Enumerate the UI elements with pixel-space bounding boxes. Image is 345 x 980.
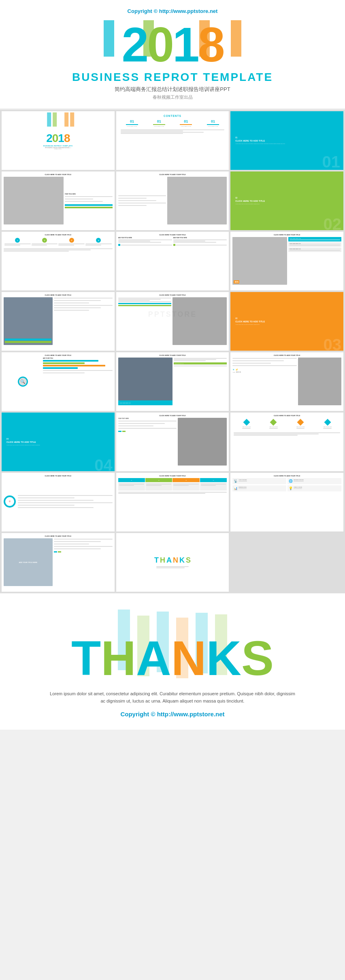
- author-cn: 春秋视频工作室出品: [0, 94, 345, 100]
- thanks-section: T H A N K S Lorem ipsum dolor sit amet, …: [0, 593, 345, 730]
- slide5-title: CLICK HERE TO ADD YOUR TITLE: [118, 174, 227, 176]
- thanks-n: N: [171, 634, 207, 682]
- slide5-text: [118, 177, 166, 224]
- slide19-circle: ⏰: [4, 495, 16, 508]
- slide15-title: CLICK HERE TO ADD YOUR TITLE: [232, 354, 341, 356]
- slide6-title: CLICK HERE TO ADD TITLE: [235, 200, 339, 202]
- slide4-image: [4, 177, 64, 224]
- slide9-title: CLICK HERE TO ADD YOUR TITLE: [232, 234, 341, 236]
- slide7-title: CLICK HERE TO ADD YOUR TITLE: [4, 234, 113, 236]
- thanks-h: H: [101, 634, 136, 682]
- slide9-image: 35%: [232, 237, 287, 285]
- slide21-grid: 📡 AUDIT CONTROL 🌐 NETWORK SETTING 📊 PRES…: [232, 478, 341, 491]
- slide4-text: YOUR TITLE HERE: [65, 177, 113, 224]
- slide-20[interactable]: CLICK HERE TO ADD YOUR TITLE 01 02 03 04: [116, 473, 229, 531]
- slide-2[interactable]: CONTENTS 01 CLICK HERE TO ADD 01 CLICK H…: [116, 111, 229, 170]
- slide17-title: CLICK HERE TO ADD YOUR TITLE: [118, 415, 227, 417]
- slide20-title: CLICK HERE TO ADD YOUR TITLE: [118, 475, 227, 477]
- copyright-top: Copyright © http://www.pptstore.net: [0, 8, 345, 14]
- slide14-content: YOUR TIME TEMPLATE: [174, 358, 227, 405]
- slide13-title: CLICK HERE TO ADD YOUR TITLE: [4, 354, 113, 356]
- slide-18[interactable]: CLICK HERE TO ADD YOUR TITLE ADD YOUR TI…: [230, 413, 343, 471]
- slide2-item1: 01 CLICK HERE TO ADD: [126, 119, 138, 127]
- slide-17[interactable]: CLICK HERE TO ADD YOUR TITLE YOUR TEXT H…: [116, 413, 229, 471]
- slide8-title: CLICK HERE TO ADD YOUR TITLE: [118, 234, 227, 236]
- slide17-image: [178, 418, 227, 466]
- slide2-item4: 01 CLICK HERE TO ADD: [207, 119, 219, 127]
- subtitle-cn: 简约高端商务汇报总结计划述职报告培训讲座PPT: [0, 86, 345, 93]
- slide6-big-num: 02: [323, 216, 341, 230]
- thanks-a: A: [136, 634, 171, 682]
- slide16-big-num: 04: [94, 457, 113, 471]
- slide11-content: [118, 297, 171, 345]
- slide3-title: CLICK HERE TO ADD TITLE: [235, 140, 339, 142]
- slide22-image: ADD YOUR TITLE HERE: [4, 538, 53, 586]
- slide13-bars: ADD YOUR TITLE: [43, 358, 113, 405]
- slide11-image: [172, 297, 227, 345]
- slide7-item1: 1: [4, 238, 31, 246]
- slide7-item4: 4: [85, 238, 112, 246]
- slide-3[interactable]: 01 CLICK HERE TO ADD TITLE Lorem ipsum d…: [230, 111, 343, 170]
- slide3-num-label: 01: [235, 137, 339, 139]
- slide12-big-num: 03: [323, 337, 341, 351]
- slide3-big-num: 01: [322, 154, 340, 170]
- slide14-image: YOUR TIME TEMPLATE: [118, 358, 172, 405]
- slide1-title: BUSINESS REPROT TEMPLATE: [43, 145, 73, 147]
- slide-5[interactable]: CLICK HERE TO ADD YOUR TITLE: [116, 171, 229, 230]
- slide14-title: CLICK HERE TO ADD YOUR TITLE: [118, 354, 227, 356]
- slide-15[interactable]: CLICK HERE TO ADD YOUR TITLE ☀ ⚡ Axele 薪…: [230, 352, 343, 411]
- slide6-num: 02: [235, 197, 339, 199]
- slide-11[interactable]: CLICK HERE TO ADD YOUR TITLE: [116, 292, 229, 351]
- slide18-diamonds: ADD YOUR TITLE ADD YOUR TITLE ADD YOUR T…: [232, 418, 341, 431]
- thanks-lorem: Lorem ipsum dolor sit amet, consectetur …: [47, 690, 298, 705]
- slide-16[interactable]: 04 CLICK HERE TO ADD TITLE Lorem ipsum d…: [2, 413, 115, 471]
- slide-9[interactable]: CLICK HERE TO ADD YOUR TITLE 35% YOUR TI…: [230, 232, 343, 290]
- slide1-author: 春秋视频工作室出品: [54, 148, 62, 150]
- slide16-title: CLICK HERE TO ADD TITLE: [6, 441, 110, 443]
- slide-1[interactable]: 2018 BUSINESS REPROT TEMPLATE 简约高端商务汇报总结…: [2, 111, 115, 170]
- slide12-desc: Lorem ipsum dolor sit amet consectetur a…: [235, 324, 339, 326]
- thanks-k: K: [206, 634, 241, 682]
- slide2-item2: 01 CLICK HERE TO ADD: [153, 119, 165, 127]
- slide7-item2: 2: [32, 238, 58, 246]
- slide-19[interactable]: CLICK HERE TO ADD YOUR TITLE ⏰: [2, 473, 115, 531]
- thanks-t1: T: [71, 634, 101, 682]
- slide21-title: CLICK HERE TO ADD YOUR TITLE: [232, 475, 341, 477]
- slide23-text: [156, 566, 189, 569]
- business-title: BUSINESS REPROT TEMPLATE: [0, 71, 345, 84]
- copyright-bottom: Copyright © http://www.pptstore.net: [8, 711, 337, 718]
- slides-grid: 2018 BUSINESS REPROT TEMPLATE 简约高端商务汇报总结…: [0, 110, 345, 593]
- slide13-icon: 🔍: [4, 358, 42, 405]
- slide10-content: [54, 297, 113, 345]
- slide7-item3: 3: [58, 238, 85, 246]
- slide-7[interactable]: CLICK HERE TO ADD YOUR TITLE 1 2 3: [2, 232, 115, 290]
- slide-14[interactable]: CLICK HERE TO ADD YOUR TITLE YOUR TIME T…: [116, 352, 229, 411]
- slide15-image: [298, 358, 341, 405]
- slide23-thanks: T H A N K S: [154, 556, 191, 565]
- thanks-s: S: [241, 634, 274, 682]
- slide10-image: [4, 297, 53, 345]
- slide12-num: 03: [235, 317, 339, 320]
- slide8-right: ADD YOUR TITLE HERE: [173, 237, 227, 246]
- slide11-title: CLICK HERE TO ADD YOUR TITLE: [118, 294, 227, 296]
- slide-10[interactable]: CLICK HERE TO ADD YOUR TITLE: [2, 292, 115, 351]
- slide2-item3: 01 CLICK HERE TO ADD: [180, 119, 192, 127]
- slide19-content: [18, 495, 113, 508]
- slide17-content: YOUR TEXT HERE: [118, 418, 177, 466]
- slide5-image: [167, 177, 227, 224]
- slide-8[interactable]: CLICK HERE TO ADD YOUR TITLE ADD YOUR TI…: [116, 232, 229, 290]
- slide3-desc: Lorem ipsum dolor sit amet consectetur a…: [235, 143, 339, 145]
- year-display: 2018: [122, 20, 224, 69]
- slide-13[interactable]: CLICK HERE TO ADD YOUR TITLE 🔍 ADD YOUR …: [2, 352, 115, 411]
- slide-22[interactable]: CLICK HERE TO ADD YOUR TITLE ADD YOUR TI…: [2, 533, 115, 592]
- slide6-desc: Lorem ipsum dolor sit amet consectetur a…: [235, 203, 339, 205]
- slide19-title: CLICK HERE TO ADD YOUR TITLE: [4, 475, 113, 477]
- slide-6[interactable]: 02 CLICK HERE TO ADD TITLE Lorem ipsum d…: [230, 171, 343, 230]
- slide-23[interactable]: T H A N K S: [116, 533, 229, 592]
- slide-4[interactable]: CLICK HERE TO ADD YOUR TITLE YOUR TITLE …: [2, 171, 115, 230]
- slide12-title: CLICK HERE TO ADD TITLE: [235, 320, 339, 323]
- slide-12[interactable]: 03 CLICK HERE TO ADD TITLE Lorem ipsum d…: [230, 292, 343, 351]
- slide-21[interactable]: CLICK HERE TO ADD YOUR TITLE 📡 AUDIT CON…: [230, 473, 343, 531]
- slide4-title: CLICK HERE TO ADD YOUR TITLE: [4, 174, 113, 176]
- thanks-title-display: T H A N K S: [8, 610, 337, 682]
